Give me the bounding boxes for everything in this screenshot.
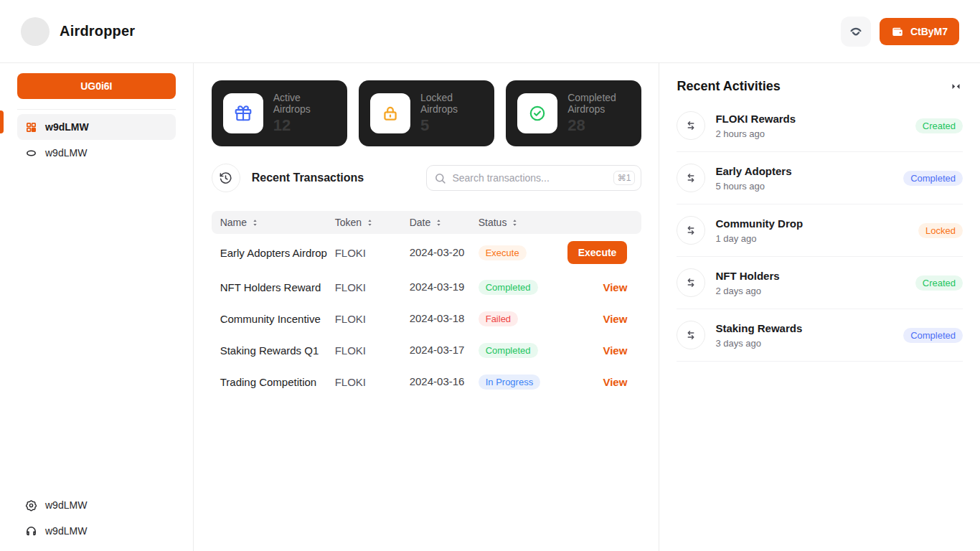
- column-label: Date: [410, 217, 431, 228]
- tx-token: FLOKI: [335, 247, 410, 259]
- activities-list: FLOKI Rewards 2 hours ago Created Early …: [677, 100, 963, 362]
- activity-title: NFT Holders: [715, 270, 905, 282]
- sidebar-item-tokens[interactable]: w9dLMW: [17, 140, 176, 166]
- headphones-icon: [25, 525, 37, 537]
- sidebar-item-dashboard[interactable]: w9dLMW: [17, 114, 176, 140]
- tx-name: Early Adopters Airdrop: [212, 247, 335, 259]
- activity-time: 5 hours ago: [715, 181, 893, 192]
- activity-time: 2 hours ago: [715, 128, 905, 139]
- tx-token: FLOKI: [335, 313, 410, 325]
- stat-card-active: Active Airdrops 12: [212, 80, 347, 146]
- column-label: Token: [335, 217, 362, 228]
- stat-value: 12: [273, 116, 336, 135]
- sort-icon: [510, 218, 519, 227]
- status-badge: Completed: [479, 343, 538, 358]
- walletconnect-button[interactable]: [841, 17, 871, 47]
- list-item[interactable]: Early Adopters 5 hours ago Completed: [677, 152, 963, 204]
- transactions-table: Name Token Date Status Early Ad: [212, 211, 642, 397]
- sidebar-footer: w9dLMW w9dLMW: [17, 492, 176, 544]
- status-badge: Execute: [479, 245, 527, 260]
- column-header-name[interactable]: Name: [220, 217, 335, 228]
- stats-row: Active Airdrops 12 Locked Airdrops 5: [212, 80, 642, 146]
- list-item[interactable]: Staking Rewards 3 days ago Completed: [677, 309, 963, 362]
- stat-texts: Active Airdrops 12: [273, 92, 336, 135]
- stat-texts: Completed Airdrops 28: [567, 92, 630, 135]
- view-link[interactable]: View: [603, 376, 627, 388]
- activity-texts: NFT Holders 2 days ago: [715, 270, 905, 296]
- column-header-status[interactable]: Status: [479, 217, 567, 228]
- column-label: Name: [220, 217, 247, 228]
- list-item[interactable]: Community Drop 1 day ago Locked: [677, 204, 963, 257]
- sidebar-item-support[interactable]: w9dLMW: [17, 518, 176, 544]
- collapse-panel-icon: [951, 81, 961, 92]
- tx-date: 2024-03-17: [410, 342, 474, 359]
- activity-time: 2 days ago: [715, 286, 905, 296]
- stat-card-completed: Completed Airdrops 28: [506, 80, 641, 146]
- tx-name: NFT Holders Reward: [212, 281, 335, 293]
- status-badge: Completed: [903, 328, 963, 343]
- activity-title: Staking Rewards: [715, 322, 893, 334]
- tx-date: 2024-03-19: [410, 278, 474, 296]
- list-item[interactable]: FLOKI Rewards 2 hours ago Created: [677, 100, 963, 152]
- walletconnect-icon: [848, 24, 864, 39]
- status-badge: Created: [915, 276, 963, 291]
- active-nav-indicator: [0, 110, 4, 133]
- list-item[interactable]: NFT Holders 2 days ago Created: [677, 257, 963, 309]
- sidebar-item-label: w9dLMW: [45, 525, 87, 537]
- column-label: Status: [479, 217, 507, 228]
- stat-label: Active Airdrops: [273, 92, 336, 115]
- stat-texts: Locked Airdrops 5: [420, 92, 483, 135]
- app-title: Airdropper: [60, 23, 135, 39]
- view-link[interactable]: View: [603, 281, 627, 293]
- activity-title: Community Drop: [715, 217, 908, 230]
- tx-token: FLOKI: [335, 376, 410, 388]
- sort-icon: [434, 218, 443, 227]
- stat-label: Completed Airdrops: [567, 92, 630, 115]
- dashboard-grid-icon: [25, 121, 37, 133]
- sidebar-divider: [17, 109, 176, 110]
- activities-panel: Recent Activities FLOKI Rewards 2 hours …: [659, 63, 980, 551]
- stat-card-locked: Locked Airdrops 5: [359, 80, 494, 146]
- main-content: Active Airdrops 12 Locked Airdrops 5: [194, 63, 660, 551]
- activity-title: FLOKI Rewards: [715, 113, 905, 125]
- gear-icon: [25, 499, 37, 512]
- table-row: Community Incentive FLOKI 2024-03-18 Fai…: [212, 303, 642, 334]
- app-logo: [21, 17, 50, 46]
- sidebar-primary-button[interactable]: UG0i6I: [17, 73, 176, 99]
- sidebar-item-label: w9dLMW: [45, 499, 87, 511]
- column-header-date[interactable]: Date: [410, 217, 479, 228]
- sidebar-item-settings[interactable]: w9dLMW: [17, 492, 176, 518]
- search-input[interactable]: [452, 172, 607, 184]
- status-badge: In Progress: [479, 375, 540, 390]
- sort-icon: [250, 218, 260, 227]
- activity-texts: Community Drop 1 day ago: [715, 217, 908, 244]
- transfer-arrows-icon: [677, 321, 705, 349]
- transactions-section-head: Recent Transactions ⌘1: [212, 164, 642, 192]
- section-title-wrap: Recent Transactions: [212, 164, 364, 192]
- header-actions: CtByM7: [841, 17, 959, 47]
- tx-name: Community Incentive: [212, 313, 335, 325]
- tx-name: Trading Competition: [212, 376, 335, 388]
- check-circle-icon: [517, 93, 557, 133]
- table-row: Staking Rewards Q1 FLOKI 2024-03-17 Comp…: [212, 334, 642, 366]
- connected-wallet-button[interactable]: CtByM7: [880, 18, 959, 45]
- transfer-arrows-icon: [677, 216, 705, 245]
- transfer-arrows-icon: [677, 268, 705, 297]
- tx-date: 2024-03-20: [410, 244, 474, 261]
- view-link[interactable]: View: [603, 313, 627, 325]
- table-row: Early Adopters Airdrop FLOKI 2024-03-20 …: [212, 234, 642, 271]
- wallet-address: CtByM7: [910, 26, 948, 37]
- activity-texts: Staking Rewards 3 days ago: [715, 322, 893, 349]
- tx-token: FLOKI: [335, 344, 410, 357]
- column-header-token[interactable]: Token: [335, 217, 410, 228]
- activities-title: Recent Activities: [677, 79, 780, 94]
- collapse-panel-button[interactable]: [949, 80, 963, 93]
- transfer-arrows-icon: [677, 111, 705, 140]
- stat-value: 5: [420, 116, 483, 135]
- tx-date: 2024-03-16: [410, 373, 474, 390]
- search-icon: [434, 172, 446, 184]
- view-link[interactable]: View: [603, 344, 627, 357]
- execute-button[interactable]: Execute: [567, 241, 628, 264]
- coin-icon: [25, 147, 37, 159]
- gift-icon: [223, 93, 263, 133]
